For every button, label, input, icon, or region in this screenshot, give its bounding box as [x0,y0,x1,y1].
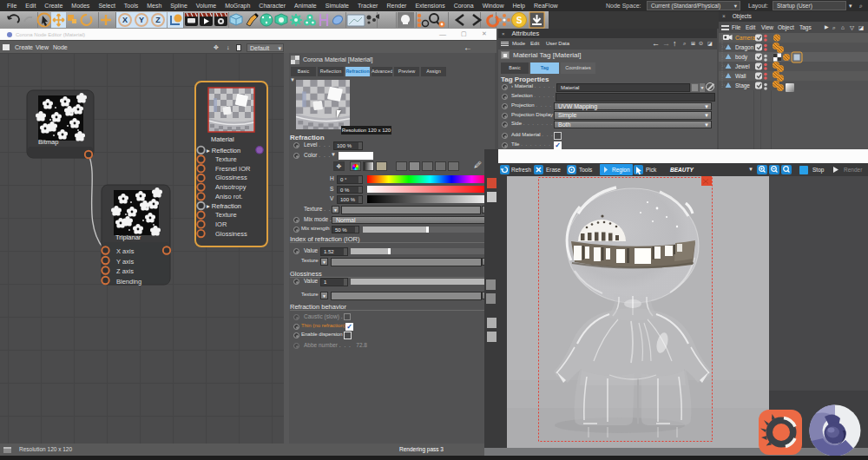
svg-text:▸ Refraction: ▸ Refraction [207,202,241,210]
svg-text:IOR: IOR [215,220,227,228]
svg-text:Y: Y [139,16,144,24]
svg-text:Stage: Stage [735,82,750,89]
svg-text:Bitmap: Bitmap [38,138,58,146]
svg-text:Texture: Texture [215,211,237,219]
svg-text:Z: Z [155,16,161,24]
svg-text:Triplanar: Triplanar [115,233,141,241]
svg-text:Glossiness: Glossiness [215,230,247,238]
svg-text:Dragon: Dragon [735,44,754,51]
svg-text:X axis: X axis [116,247,135,255]
svg-text:Anisotropy: Anisotropy [215,183,247,191]
svg-text:▸ Reflection: ▸ Reflection [207,147,240,154]
svg-text:Wall: Wall [735,73,746,79]
svg-text:Texture: Texture [215,155,237,163]
svg-text:body: body [735,54,748,61]
svg-text:Material: Material [211,135,234,143]
svg-text:X: X [122,16,128,24]
svg-text:Glossiness: Glossiness [215,174,247,181]
svg-text:Aniso rot.: Aniso rot. [215,193,243,200]
svg-text:Fresnel IOR: Fresnel IOR [215,165,251,173]
svg-text:Blending: Blending [116,278,141,286]
svg-text:Z axis: Z axis [116,267,134,275]
svg-text:Camera: Camera [735,35,756,41]
svg-text:Y axis: Y axis [116,258,135,266]
svg-text:S: S [516,16,523,25]
svg-text:Jewel: Jewel [735,63,750,69]
